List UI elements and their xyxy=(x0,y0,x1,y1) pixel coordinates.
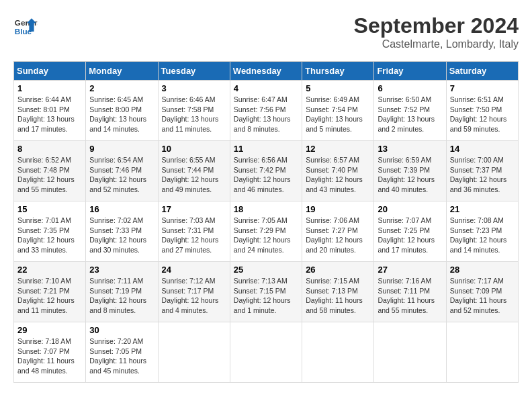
day-info: Sunrise: 7:06 AMSunset: 7:27 PMDaylight:… xyxy=(306,216,363,254)
day-number: 27 xyxy=(378,265,442,275)
calendar-day-8: 8Sunrise: 6:52 AMSunset: 7:48 PMDaylight… xyxy=(14,141,86,201)
week-row-4: 22Sunrise: 7:10 AMSunset: 7:21 PMDayligh… xyxy=(14,262,519,322)
day-info: Sunrise: 6:45 AMSunset: 8:00 PMDaylight:… xyxy=(89,95,146,133)
day-number: 13 xyxy=(378,144,442,154)
calendar-day-9: 9Sunrise: 6:54 AMSunset: 7:46 PMDaylight… xyxy=(86,141,158,201)
day-number: 4 xyxy=(234,83,298,93)
week-row-5: 29Sunrise: 7:18 AMSunset: 7:07 PMDayligh… xyxy=(14,322,519,383)
day-number: 7 xyxy=(450,83,515,93)
calendar-day-4: 4Sunrise: 6:47 AMSunset: 7:56 PMDaylight… xyxy=(230,81,302,141)
day-info: Sunrise: 6:54 AMSunset: 7:46 PMDaylight:… xyxy=(89,156,146,193)
day-info: Sunrise: 7:02 AMSunset: 7:33 PMDaylight:… xyxy=(89,216,146,254)
day-info: Sunrise: 6:55 AMSunset: 7:44 PMDaylight:… xyxy=(162,156,219,193)
col-wednesday: Wednesday xyxy=(230,62,302,81)
day-info: Sunrise: 7:12 AMSunset: 7:17 PMDaylight:… xyxy=(162,277,219,314)
calendar-day-20: 20Sunrise: 7:07 AMSunset: 7:25 PMDayligh… xyxy=(374,201,446,262)
page-header: General Blue September 2024 Castelmarte,… xyxy=(13,13,519,50)
day-number: 10 xyxy=(162,144,226,154)
calendar-day-19: 19Sunrise: 7:06 AMSunset: 7:27 PMDayligh… xyxy=(302,201,374,262)
calendar-day-7: 7Sunrise: 6:51 AMSunset: 7:50 PMDaylight… xyxy=(446,81,518,141)
calendar-day-16: 16Sunrise: 7:02 AMSunset: 7:33 PMDayligh… xyxy=(86,201,158,262)
calendar-day-22: 22Sunrise: 7:10 AMSunset: 7:21 PMDayligh… xyxy=(14,262,86,322)
day-number: 30 xyxy=(89,325,154,335)
calendar-day-1: 1Sunrise: 6:44 AMSunset: 8:01 PMDaylight… xyxy=(14,81,86,141)
calendar-day-28: 28Sunrise: 7:17 AMSunset: 7:09 PMDayligh… xyxy=(446,262,518,322)
day-number: 3 xyxy=(162,83,226,93)
day-info: Sunrise: 6:49 AMSunset: 7:54 PMDaylight:… xyxy=(306,95,363,133)
calendar-day-29: 29Sunrise: 7:18 AMSunset: 7:07 PMDayligh… xyxy=(14,322,86,383)
col-sunday: Sunday xyxy=(14,62,86,81)
day-number: 21 xyxy=(450,204,515,214)
day-info: Sunrise: 7:08 AMSunset: 7:23 PMDaylight:… xyxy=(450,216,507,254)
day-number: 1 xyxy=(17,83,82,93)
day-number: 18 xyxy=(234,204,298,214)
day-number: 26 xyxy=(306,265,370,275)
col-saturday: Saturday xyxy=(446,62,518,81)
day-info: Sunrise: 7:13 AMSunset: 7:15 PMDaylight:… xyxy=(234,277,291,314)
day-number: 24 xyxy=(162,265,226,275)
day-info: Sunrise: 7:07 AMSunset: 7:25 PMDaylight:… xyxy=(378,216,435,254)
calendar-day-3: 3Sunrise: 6:46 AMSunset: 7:58 PMDaylight… xyxy=(158,81,230,141)
day-info: Sunrise: 6:52 AMSunset: 7:48 PMDaylight:… xyxy=(17,156,75,193)
day-number: 14 xyxy=(450,144,515,154)
day-number: 25 xyxy=(234,265,298,275)
day-number: 12 xyxy=(306,144,370,154)
day-info: Sunrise: 7:01 AMSunset: 7:35 PMDaylight:… xyxy=(17,216,75,254)
calendar-day-30: 30Sunrise: 7:20 AMSunset: 7:05 PMDayligh… xyxy=(86,322,158,383)
day-info: Sunrise: 6:59 AMSunset: 7:39 PMDaylight:… xyxy=(378,156,435,193)
calendar-day-17: 17Sunrise: 7:03 AMSunset: 7:31 PMDayligh… xyxy=(158,201,230,262)
day-number: 2 xyxy=(89,83,154,93)
calendar-day-14: 14Sunrise: 7:00 AMSunset: 7:37 PMDayligh… xyxy=(446,141,518,201)
day-number: 9 xyxy=(89,144,154,154)
day-number: 23 xyxy=(89,265,154,275)
day-number: 22 xyxy=(17,265,82,275)
day-info: Sunrise: 7:05 AMSunset: 7:29 PMDaylight:… xyxy=(234,216,291,254)
calendar-day-26: 26Sunrise: 7:15 AMSunset: 7:13 PMDayligh… xyxy=(302,262,374,322)
day-info: Sunrise: 7:16 AMSunset: 7:11 PMDaylight:… xyxy=(378,277,435,314)
day-number: 11 xyxy=(234,144,298,154)
week-row-3: 15Sunrise: 7:01 AMSunset: 7:35 PMDayligh… xyxy=(14,201,519,262)
calendar-day-15: 15Sunrise: 7:01 AMSunset: 7:35 PMDayligh… xyxy=(14,201,86,262)
day-info: Sunrise: 6:44 AMSunset: 8:01 PMDaylight:… xyxy=(17,95,75,133)
empty-cell xyxy=(158,322,230,383)
day-info: Sunrise: 7:20 AMSunset: 7:05 PMDaylight:… xyxy=(89,337,146,375)
day-number: 28 xyxy=(450,265,515,275)
day-info: Sunrise: 6:50 AMSunset: 7:52 PMDaylight:… xyxy=(378,95,435,133)
day-info: Sunrise: 6:56 AMSunset: 7:42 PMDaylight:… xyxy=(234,156,291,193)
week-row-2: 8Sunrise: 6:52 AMSunset: 7:48 PMDaylight… xyxy=(14,141,519,201)
calendar-day-6: 6Sunrise: 6:50 AMSunset: 7:52 PMDaylight… xyxy=(374,81,446,141)
empty-cell xyxy=(446,322,518,383)
empty-cell xyxy=(302,322,374,383)
day-number: 5 xyxy=(306,83,370,93)
day-info: Sunrise: 6:57 AMSunset: 7:40 PMDaylight:… xyxy=(306,156,363,193)
day-number: 8 xyxy=(17,144,82,154)
day-info: Sunrise: 7:15 AMSunset: 7:13 PMDaylight:… xyxy=(306,277,363,314)
calendar-table: Sunday Monday Tuesday Wednesday Thursday… xyxy=(13,61,519,383)
day-info: Sunrise: 7:17 AMSunset: 7:09 PMDaylight:… xyxy=(450,277,507,314)
day-info: Sunrise: 6:47 AMSunset: 7:56 PMDaylight:… xyxy=(234,95,291,133)
calendar-day-18: 18Sunrise: 7:05 AMSunset: 7:29 PMDayligh… xyxy=(230,201,302,262)
calendar-day-2: 2Sunrise: 6:45 AMSunset: 8:00 PMDaylight… xyxy=(86,81,158,141)
day-info: Sunrise: 7:00 AMSunset: 7:37 PMDaylight:… xyxy=(450,156,507,193)
week-row-1: 1Sunrise: 6:44 AMSunset: 8:01 PMDaylight… xyxy=(14,81,519,141)
logo: General Blue xyxy=(13,13,38,38)
day-number: 15 xyxy=(17,204,82,214)
calendar-day-23: 23Sunrise: 7:11 AMSunset: 7:19 PMDayligh… xyxy=(86,262,158,322)
day-number: 16 xyxy=(89,204,154,214)
day-number: 19 xyxy=(306,204,370,214)
day-info: Sunrise: 7:18 AMSunset: 7:07 PMDaylight:… xyxy=(17,337,75,375)
col-thursday: Thursday xyxy=(302,62,374,81)
day-info: Sunrise: 6:51 AMSunset: 7:50 PMDaylight:… xyxy=(450,95,507,133)
calendar-day-25: 25Sunrise: 7:13 AMSunset: 7:15 PMDayligh… xyxy=(230,262,302,322)
calendar-day-21: 21Sunrise: 7:08 AMSunset: 7:23 PMDayligh… xyxy=(446,201,518,262)
calendar-day-11: 11Sunrise: 6:56 AMSunset: 7:42 PMDayligh… xyxy=(230,141,302,201)
day-number: 20 xyxy=(378,204,442,214)
col-tuesday: Tuesday xyxy=(158,62,230,81)
calendar-day-10: 10Sunrise: 6:55 AMSunset: 7:44 PMDayligh… xyxy=(158,141,230,201)
day-info: Sunrise: 6:46 AMSunset: 7:58 PMDaylight:… xyxy=(162,95,219,133)
col-friday: Friday xyxy=(374,62,446,81)
header-row: Sunday Monday Tuesday Wednesday Thursday… xyxy=(14,62,519,81)
day-number: 29 xyxy=(17,325,82,335)
day-number: 17 xyxy=(162,204,226,214)
calendar-day-5: 5Sunrise: 6:49 AMSunset: 7:54 PMDaylight… xyxy=(302,81,374,141)
